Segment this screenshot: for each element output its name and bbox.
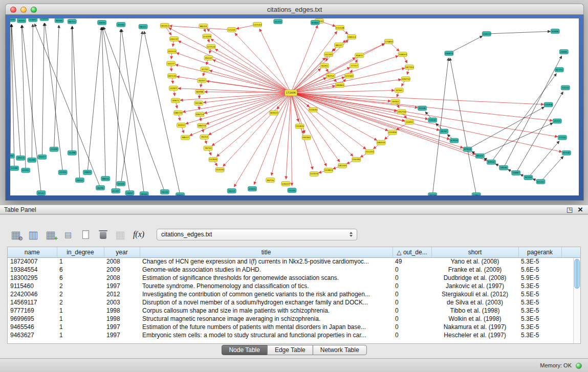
table-cell: 1: [57, 315, 104, 323]
table-row[interactable]: 1938455462009Genome-wide association stu…: [8, 266, 580, 274]
svg-text:187753: 187753: [405, 66, 413, 69]
table-row[interactable]: 911546021997Tourette syndrome. Phenomeno…: [8, 282, 580, 290]
new-table-button[interactable]: [78, 227, 93, 242]
column-header-name[interactable]: name: [8, 247, 57, 257]
svg-text:21020: 21020: [41, 18, 48, 20]
table-cell: 5.3E-5: [518, 282, 561, 290]
table-cell: 22420046: [8, 290, 57, 298]
memory-status-label[interactable]: Memory: OK: [540, 359, 572, 372]
new-column-button[interactable]: ▦ +: [43, 227, 58, 242]
svg-text:98321: 98321: [140, 26, 147, 28]
memory-status-icon[interactable]: [576, 363, 582, 369]
table-cell: Jankovic et al. (1997): [431, 282, 518, 290]
show-columns-button[interactable]: ▥: [26, 227, 41, 242]
svg-text:88244: 88244: [200, 25, 207, 28]
table-cell: 0: [393, 266, 431, 274]
column-header-out-de[interactable]: △ out_de...: [393, 247, 431, 257]
table-cell: Yano et al. (2008): [431, 257, 518, 266]
table-row[interactable]: 946554611997Estimation of the future num…: [8, 323, 580, 331]
svg-text:52664: 52664: [30, 18, 37, 21]
svg-text:57233: 57233: [228, 29, 235, 31]
table-mode-button[interactable]: ▦ ⚙: [8, 227, 24, 242]
table-row[interactable]: 1830029562008Estimation of significance …: [8, 274, 580, 282]
table-row[interactable]: 946362711997Embryonic stem cells: a mode…: [8, 331, 580, 339]
dropdown-arrows-icon: [350, 232, 353, 237]
table-cell: Estimation of significance thresholds fo…: [140, 274, 393, 282]
close-panel-icon[interactable]: ×: [578, 206, 583, 213]
table-scrollbar[interactable]: [573, 258, 580, 343]
delete-table-button[interactable]: [95, 227, 111, 242]
table-row[interactable]: 1456911722003Disruption of a novel membe…: [8, 298, 580, 307]
svg-text:55493: 55493: [406, 121, 413, 123]
scrollbar-thumb[interactable]: [574, 259, 580, 289]
svg-text:50632: 50632: [177, 194, 184, 195]
table-tabs: Node TableEdge TableNetwork Table: [221, 345, 366, 355]
column-header-title[interactable]: title: [140, 247, 393, 257]
tab-edge-table[interactable]: Edge Table: [267, 345, 313, 355]
row-options-button[interactable]: ▤: [60, 227, 76, 242]
svg-text:54177: 54177: [167, 62, 175, 65]
function-builder-button[interactable]: f(x): [130, 227, 147, 242]
svg-text:90753: 90753: [327, 75, 334, 77]
svg-text:55017: 55017: [39, 156, 46, 158]
svg-text:122543: 122543: [253, 24, 262, 26]
table-cell: 0: [393, 298, 431, 307]
svg-text:17210: 17210: [559, 136, 566, 139]
column-header-year[interactable]: year: [104, 247, 140, 257]
column-header-in-degree[interactable]: in_degree: [57, 247, 104, 257]
svg-text:15540: 15540: [429, 119, 437, 121]
svg-text:128137: 128137: [483, 33, 491, 35]
table-cell: 6: [57, 266, 104, 274]
zoom-window-button[interactable]: [31, 7, 37, 13]
svg-text:10721: 10721: [554, 120, 561, 122]
close-window-button[interactable]: [10, 7, 16, 13]
table-cell: 0: [393, 282, 431, 290]
table-cell: 5.6E-5: [518, 266, 561, 274]
table-row[interactable]: 2242004622012Investigating the contribut…: [8, 290, 580, 298]
svg-text:183022: 183022: [270, 112, 278, 114]
float-panel-icon[interactable]: ◳: [567, 206, 573, 213]
table-cell: 0: [393, 323, 431, 331]
svg-text:15319: 15319: [118, 183, 125, 185]
table-cell: 1: [57, 257, 104, 266]
svg-text:224209: 224209: [203, 35, 211, 38]
svg-text:76259: 76259: [429, 194, 437, 195]
svg-text:93916: 93916: [488, 161, 495, 163]
svg-text:86753: 86753: [69, 20, 76, 23]
minimize-window-button[interactable]: [20, 7, 27, 13]
table-cell: Genome-wide association studies in ADHD.: [140, 266, 393, 274]
table-cell: Corpus callosum shape and size in male p…: [140, 307, 393, 315]
table-cell: Wolkin et al. (1998): [431, 315, 518, 323]
window-title: citations_edges.txt: [6, 4, 583, 15]
table-row[interactable]: 977716911998Corpus callosum shape and si…: [8, 307, 580, 315]
table-cell: 6: [57, 274, 104, 282]
svg-text:20295: 20295: [97, 187, 104, 189]
table-cell: Estimation of the future numbers of pati…: [140, 323, 393, 331]
table-cell: Franke et al. (2009): [431, 266, 518, 274]
svg-text:151845: 151845: [296, 125, 304, 127]
svg-text:55013: 55013: [178, 124, 185, 126]
svg-text:94186: 94186: [195, 102, 203, 104]
table-cell: Hescheler et al. (1997): [431, 331, 518, 339]
svg-text:174850: 174850: [385, 40, 393, 43]
table-cell: 9115460: [8, 282, 57, 290]
svg-text:153191: 153191: [216, 168, 224, 171]
table-cell: 2003: [104, 298, 140, 307]
table-row[interactable]: 1872400712008Changes of HCN gene express…: [8, 257, 580, 266]
node-table: namein_degreeyeartitle△ out_de...shortpa…: [7, 247, 581, 344]
network-view-frame: 1724068824422420912751495142427514435780…: [5, 15, 584, 201]
table-row[interactable]: 969969511998Structural magnetic resonanc…: [8, 315, 580, 323]
window-titlebar[interactable]: citations_edges.txt: [5, 4, 584, 15]
network-canvas-svg[interactable]: 1724068824422420912751495142427514435780…: [10, 18, 579, 195]
svg-text:30671: 30671: [172, 99, 179, 102]
table-grid-icon: ▦: [115, 229, 125, 240]
svg-text:55723: 55723: [275, 20, 282, 23]
network-canvas[interactable]: 1724068824422420912751495142427514435780…: [10, 18, 579, 195]
tab-network-table[interactable]: Network Table: [313, 345, 367, 355]
table-selector-dropdown[interactable]: citations_edges.txt: [157, 229, 357, 240]
status-bar: Memory: OK: [0, 358, 588, 372]
svg-text:122161: 122161: [345, 75, 353, 77]
column-header-pagerank[interactable]: pagerank: [518, 247, 561, 257]
tab-node-table[interactable]: Node Table: [221, 345, 268, 355]
column-header-short[interactable]: short: [431, 247, 518, 257]
